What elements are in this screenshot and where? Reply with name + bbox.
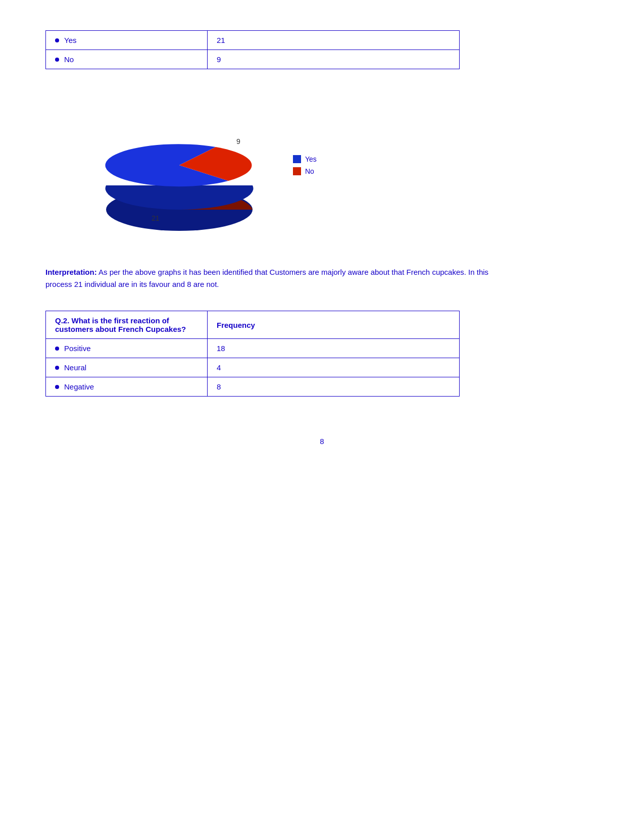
interpretation-body: As per the above graphs it has been iden… (45, 268, 488, 288)
row-value: 21 (208, 31, 460, 50)
row-label-text: Positive (64, 344, 91, 353)
row-label-text: Yes (64, 36, 76, 44)
row-value: 8 (208, 377, 460, 397)
pie-chart: 9 21 (86, 84, 273, 246)
interpretation-text: Interpretation: As per the above graphs … (45, 266, 500, 290)
table-row: Negative 8 (46, 377, 460, 397)
legend-color-swatch (293, 155, 301, 163)
bullet-icon (55, 38, 59, 42)
row-label: No (46, 50, 208, 69)
pie-chart-container: 9 21 Yes No (86, 84, 599, 246)
chart-label-no: 9 (236, 137, 240, 145)
legend-label: Yes (305, 155, 317, 163)
q2-header-question: Q.2. What is the first reaction of custo… (46, 311, 208, 339)
bullet-icon (55, 58, 59, 62)
row-label-text: Negative (64, 382, 94, 391)
row-label: Yes (46, 31, 208, 50)
chart-label-yes: 21 (152, 214, 160, 222)
legend-item: Yes (293, 155, 317, 163)
bullet-icon (55, 385, 59, 389)
yes-no-table: Yes 21 No 9 (45, 30, 460, 69)
table-row: Neural 4 (46, 358, 460, 377)
q2-header-frequency: Frequency (208, 311, 460, 339)
table-row: Positive 18 (46, 339, 460, 358)
legend-item: No (293, 167, 317, 175)
legend-label: No (305, 167, 314, 175)
pie-chart-svg: 9 21 (86, 84, 273, 241)
row-label: Positive (46, 339, 208, 358)
legend-color-swatch (293, 167, 301, 175)
row-label-text: No (64, 55, 74, 64)
row-label-text: Neural (64, 363, 86, 372)
q2-table: Q.2. What is the first reaction of custo… (45, 311, 460, 397)
row-value: 9 (208, 50, 460, 69)
interpretation-label: Interpretation: (45, 268, 97, 276)
page-number: 8 (45, 437, 599, 446)
table-row: No 9 (46, 50, 460, 69)
row-value: 4 (208, 358, 460, 377)
bullet-icon (55, 347, 59, 351)
bullet-icon (55, 366, 59, 370)
table-row: Yes 21 (46, 31, 460, 50)
row-value: 18 (208, 339, 460, 358)
chart-legend: Yes No (293, 155, 317, 175)
row-label: Negative (46, 377, 208, 397)
row-label: Neural (46, 358, 208, 377)
